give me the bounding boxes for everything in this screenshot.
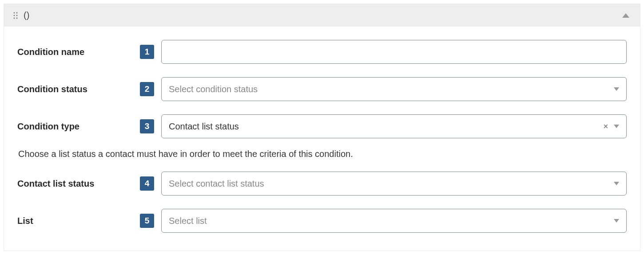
label-condition-status: Condition status: [17, 84, 133, 94]
chevron-down-icon: [614, 219, 619, 223]
condition-type-value: Contact list status: [169, 121, 602, 132]
row-condition-status: Condition status 2 Select condition stat…: [17, 77, 627, 101]
list-select[interactable]: Select list: [161, 209, 627, 233]
svg-marker-9: [614, 182, 619, 185]
row-list: List 5 Select list: [17, 209, 627, 233]
row-condition-name: Condition name 1: [17, 40, 627, 64]
condition-panel: () Condition name 1 Condition status 2 S…: [4, 4, 640, 251]
svg-point-4: [14, 17, 15, 19]
svg-point-0: [14, 12, 15, 13]
list-placeholder: Select list: [169, 216, 614, 226]
svg-marker-6: [622, 13, 629, 18]
panel-header-left: (): [13, 10, 29, 20]
label-condition-name: Condition name: [17, 47, 133, 57]
chevron-down-icon: [614, 182, 619, 185]
svg-point-5: [16, 17, 18, 19]
helper-text: Choose a list status a contact must have…: [18, 149, 627, 159]
panel-header: (): [4, 4, 640, 27]
contact-list-status-placeholder: Select contact list status: [169, 179, 614, 189]
condition-type-select[interactable]: Contact list status ✕: [161, 114, 627, 138]
svg-marker-10: [614, 219, 619, 223]
label-list: List: [17, 216, 133, 226]
step-badge-2: 2: [140, 82, 154, 96]
svg-marker-7: [614, 87, 619, 91]
step-badge-4: 4: [140, 176, 154, 191]
chevron-down-icon: [614, 125, 619, 128]
chevron-up-icon: [622, 13, 629, 18]
condition-status-placeholder: Select condition status: [169, 84, 614, 94]
drag-handle-icon[interactable]: [13, 12, 18, 20]
row-condition-type: Condition type 3 Contact list status ✕: [17, 114, 627, 138]
panel-body: Condition name 1 Condition status 2 Sele…: [4, 27, 640, 250]
step-badge-3: 3: [140, 119, 154, 133]
step-badge-5: 5: [140, 214, 154, 228]
chevron-down-icon: [614, 87, 619, 91]
label-contact-list-status: Contact list status: [17, 179, 133, 189]
svg-point-3: [16, 15, 18, 16]
contact-list-status-select[interactable]: Select contact list status: [161, 172, 627, 196]
clear-icon[interactable]: ✕: [602, 122, 609, 131]
condition-name-input[interactable]: [161, 40, 627, 64]
svg-marker-8: [614, 125, 619, 128]
svg-point-2: [14, 15, 15, 16]
panel-title: (): [24, 10, 29, 20]
row-contact-list-status: Contact list status 4 Select contact lis…: [17, 172, 627, 196]
step-badge-1: 1: [140, 45, 154, 59]
condition-status-select[interactable]: Select condition status: [161, 77, 627, 101]
svg-point-1: [16, 12, 18, 13]
label-condition-type: Condition type: [17, 121, 133, 132]
collapse-toggle[interactable]: [620, 12, 631, 20]
